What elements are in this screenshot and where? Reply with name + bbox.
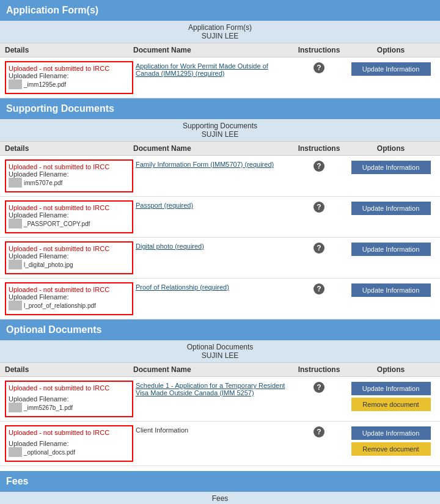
file-thumb [9, 447, 22, 457]
question-icon[interactable]: ? [314, 202, 324, 213]
instructions-cell: ? [292, 159, 346, 172]
fees-section: Fees Fees Application Quantity Price (CA… [0, 471, 440, 504]
instructions-cell: ? [292, 425, 346, 437]
filename-label: Uploaded Filename: [9, 211, 130, 219]
supporting-docs-title: Supporting Documents [0, 98, 440, 119]
upload-status: Uploaded - not submitted to IRCC [9, 286, 130, 293]
options-cell: Update Information Remove document [346, 381, 435, 411]
options-cell: Update Information [346, 200, 435, 215]
filename-label: Uploaded Filename: [9, 252, 130, 260]
docname-cell: Passport (required) [133, 200, 292, 210]
details-cell: Uploaded - not submitted to IRCC Uploade… [5, 61, 133, 94]
file-thumb [9, 301, 22, 310]
table-row: Uploaded - not submitted to IRCC Uploade… [0, 238, 440, 279]
doc-link[interactable]: Family Information Form (IMM5707) (requi… [136, 161, 274, 168]
options-cell: Update Information [346, 61, 435, 76]
file-thumb [9, 178, 22, 188]
file-thumb [9, 219, 22, 228]
fees-subheader: Fees [0, 492, 440, 504]
col-header-docname: Document Name [133, 365, 292, 374]
file-thumb [9, 79, 22, 89]
update-information-button[interactable]: Update Information [351, 243, 431, 256]
file-thumb [9, 403, 22, 412]
table-row: Uploaded - not submitted to IRCC Uploade… [0, 57, 440, 98]
col-header-options: Options [346, 46, 435, 54]
table-row: Uploaded - not submitted to IRCC Uploade… [0, 156, 440, 197]
upload-status: Uploaded - not submitted to IRCC [9, 163, 130, 170]
filename: _PASSPORT_COPY.pdf [9, 219, 90, 228]
col-header-docname: Document Name [133, 46, 292, 54]
details-cell: Uploaded - not submitted to IRCC Uploade… [5, 425, 133, 462]
options-cell: Update Information [346, 241, 435, 256]
docname-cell: Client Information [133, 425, 292, 435]
upload-status: Uploaded - not submitted to IRCC [9, 245, 130, 252]
options-cell: Update Information [346, 282, 435, 297]
remove-document-button[interactable]: Remove document [351, 442, 431, 456]
update-information-button[interactable]: Update Information [351, 161, 431, 174]
filename: _imm5267b_1.pdf [9, 403, 73, 412]
optional-docs-section: Optional Documents Optional Documents SU… [0, 320, 440, 466]
filename: _imm1295e.pdf [9, 79, 66, 89]
table-row: Uploaded - not submitted to IRCC Uploade… [0, 279, 440, 320]
table-row: Uploaded - not submitted to IRCC Uploade… [0, 422, 440, 466]
doc-link[interactable]: Digital photo (required) [136, 243, 204, 250]
docname-cell: Digital photo (required) [133, 241, 292, 251]
details-cell: Uploaded - not submitted to IRCC Uploade… [5, 282, 133, 315]
update-information-button[interactable]: Update Information [351, 382, 431, 395]
instructions-cell: ? [292, 241, 346, 254]
app-forms-column-headers: Details Document Name Instructions Optio… [0, 43, 440, 57]
details-cell: Uploaded - not submitted to IRCC Uploade… [5, 159, 133, 192]
optional-docs-subheader: Optional Documents SUJIN LEE [0, 340, 440, 362]
doc-link[interactable]: Proof of Relationship (required) [136, 283, 229, 291]
docname-cell: Application for Work Permit Made Outside… [133, 61, 292, 78]
col-header-instructions: Instructions [292, 365, 346, 374]
col-header-instructions: Instructions [292, 144, 346, 153]
question-icon[interactable]: ? [314, 161, 324, 172]
supporting-docs-section: Supporting Documents Supporting Document… [0, 98, 440, 320]
update-information-button[interactable]: Update Information [351, 202, 431, 215]
update-information-button[interactable]: Update Information [351, 283, 431, 297]
col-header-details: Details [5, 46, 133, 54]
options-cell: Update Information Remove document [346, 425, 435, 456]
update-information-button[interactable]: Update Information [351, 62, 431, 76]
filename-label: Uploaded Filename: [9, 293, 130, 301]
col-header-options: Options [346, 365, 435, 374]
filename: _optional_docs.pdf [9, 447, 75, 457]
filename-label: Uploaded Filename: [9, 170, 130, 178]
filename: l_digital_photo.jpg [9, 260, 73, 269]
question-icon[interactable]: ? [314, 62, 324, 73]
col-header-options: Options [346, 144, 435, 153]
col-header-docname: Document Name [133, 144, 292, 153]
filename-label: Uploaded Filename: [9, 72, 130, 79]
instructions-cell: ? [292, 282, 346, 294]
optional-docs-title: Optional Documents [0, 320, 440, 340]
question-icon[interactable]: ? [314, 382, 324, 393]
question-icon[interactable]: ? [314, 243, 324, 254]
question-icon[interactable]: ? [314, 426, 324, 437]
app-forms-title: Application Form(s) [0, 0, 440, 21]
instructions-cell: ? [292, 200, 346, 213]
table-row: Uploaded - not submitted to IRCC Uploade… [0, 377, 440, 422]
optional-docs-column-headers: Details Document Name Instructions Optio… [0, 362, 440, 377]
file-thumb [9, 260, 22, 269]
upload-status: Uploaded - not submitted to IRCC [9, 429, 130, 436]
doc-link[interactable]: Passport (required) [136, 202, 193, 209]
app-forms-section: Application Form(s) Application Form(s) … [0, 0, 440, 98]
upload-status: Uploaded - not submitted to IRCC [9, 384, 130, 392]
col-header-instructions: Instructions [292, 46, 346, 54]
question-icon[interactable]: ? [314, 283, 324, 294]
doc-link[interactable]: Schedule 1 - Application for a Temporary… [136, 382, 285, 396]
supporting-docs-column-headers: Details Document Name Instructions Optio… [0, 141, 440, 156]
supporting-docs-subheader: Supporting Documents SUJIN LEE [0, 119, 440, 141]
docname-cell: Proof of Relationship (required) [133, 282, 292, 292]
filename: imm5707e.pdf [9, 178, 62, 188]
doc-link[interactable]: Application for Work Permit Made Outside… [136, 62, 268, 77]
docname-cell: Family Information Form (IMM5707) (requi… [133, 159, 292, 169]
filename-label: Uploaded Filename: [9, 395, 130, 403]
filename: l_proof_of_relationship.pdf [9, 301, 96, 310]
remove-document-button[interactable]: Remove document [351, 398, 431, 411]
update-information-button[interactable]: Update Information [351, 426, 431, 440]
upload-status: Uploaded - not submitted to IRCC [9, 204, 130, 211]
app-forms-subheader: Application Form(s) SUJIN LEE [0, 21, 440, 43]
instructions-cell: ? [292, 61, 346, 73]
